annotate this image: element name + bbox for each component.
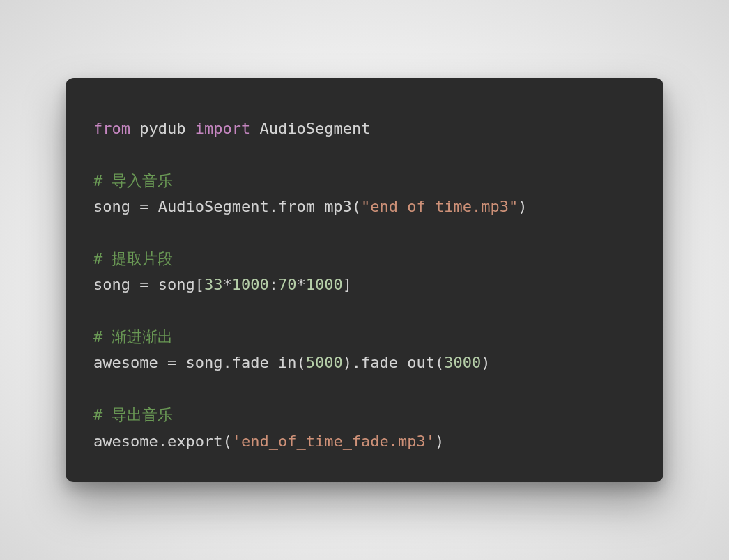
comment-fade: # 渐进渐出 <box>93 328 174 345</box>
operator: * <box>222 276 231 293</box>
keyword-import: import <box>195 120 250 137</box>
operator: * <box>296 276 305 293</box>
code-text: song = AudioSegment.from_mp3( <box>93 198 361 215</box>
paren-close: ) <box>435 433 444 450</box>
paren-close: ) <box>518 198 527 215</box>
code-text: ).fade_out( <box>343 354 445 371</box>
number-literal: 3000 <box>444 354 481 371</box>
module-name: pydub <box>139 120 185 137</box>
code-text: awesome.export( <box>93 433 232 450</box>
colon: : <box>269 276 278 293</box>
class-name: AudioSegment <box>259 120 370 137</box>
number-literal: 1000 <box>232 276 269 293</box>
comment-extract-segment: # 提取片段 <box>93 250 174 267</box>
string-literal: 'end_of_time_fade.mp3' <box>232 433 435 450</box>
string-literal: "end_of_time.mp3" <box>361 198 518 215</box>
keyword-from: from <box>93 120 130 137</box>
number-literal: 70 <box>278 276 297 293</box>
code-text: song = song[ <box>93 276 204 293</box>
number-literal: 5000 <box>306 354 343 371</box>
paren-close: ) <box>481 354 490 371</box>
bracket-close: ] <box>343 276 352 293</box>
comment-export-music: # 导出音乐 <box>93 406 174 423</box>
code-card: from pydub import AudioSegment # 导入音乐 so… <box>66 78 663 482</box>
number-literal: 1000 <box>306 276 343 293</box>
comment-import-music: # 导入音乐 <box>93 172 174 189</box>
code-block: from pydub import AudioSegment # 导入音乐 so… <box>93 116 636 454</box>
number-literal: 33 <box>204 276 223 293</box>
code-text: awesome = song.fade_in( <box>93 354 306 371</box>
